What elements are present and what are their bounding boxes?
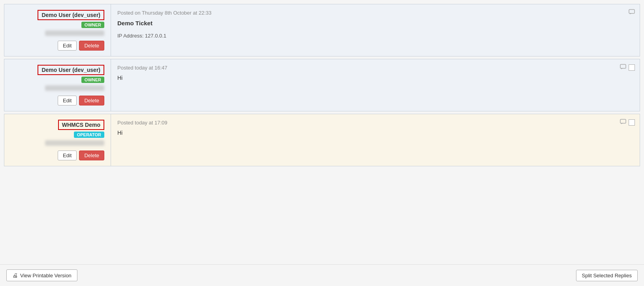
left-panel-row-2: Demo User (dev_user)OWNEREditDelete xyxy=(4,59,111,111)
avatar-blur-row-1 xyxy=(45,30,104,36)
select-checkbox-row-2[interactable] xyxy=(629,64,635,71)
post-body-row-3: Hi xyxy=(117,130,633,136)
main-content: Demo User (dev_user)OWNEREditDeletePoste… xyxy=(0,0,644,264)
select-checkbox-row-3[interactable] xyxy=(629,119,635,126)
edit-button-row-3[interactable]: Edit xyxy=(58,151,77,160)
split-button[interactable]: Split Selected Replies xyxy=(576,270,638,281)
left-panel-row-1: Demo User (dev_user)OWNEREditDelete xyxy=(4,4,111,56)
badge-row-1: OWNER xyxy=(81,22,104,28)
badge-row-3: OPERATOR xyxy=(74,132,104,138)
edit-button-row-2[interactable]: Edit xyxy=(58,96,77,105)
print-label: View Printable Version xyxy=(20,273,72,278)
left-panel-row-3: WHMCS DemoOPERATOREditDelete xyxy=(4,114,111,166)
actions-row-1: EditDelete xyxy=(58,41,104,51)
ticket-row-row-2: Demo User (dev_user)OWNEREditDeletePoste… xyxy=(4,59,640,111)
chat-icon-row-2 xyxy=(620,64,626,71)
actions-row-3: EditDelete xyxy=(58,151,104,160)
print-button[interactable]: 🖨 View Printable Version xyxy=(6,269,77,281)
print-icon: 🖨 xyxy=(12,272,18,278)
top-right-icons-row-1 xyxy=(629,9,635,16)
svg-rect-1 xyxy=(620,64,626,68)
svg-rect-0 xyxy=(629,9,635,13)
delete-button-row-3[interactable]: Delete xyxy=(79,151,104,160)
avatar-blur-row-2 xyxy=(45,85,104,91)
avatar-blur-row-3 xyxy=(45,140,104,146)
delete-button-row-1[interactable]: Delete xyxy=(79,41,104,51)
post-ip-row-1: IP Address: 127.0.0.1 xyxy=(117,33,633,39)
right-panel-row-1: Posted on Thursday 8th October at 22:33D… xyxy=(111,4,640,56)
chat-icon-row-3 xyxy=(620,119,626,126)
svg-rect-2 xyxy=(620,119,626,123)
post-body-row-2: Hi xyxy=(117,75,633,81)
chat-icon-row-1 xyxy=(629,9,635,16)
user-name-row-2: Demo User (dev_user) xyxy=(38,65,104,75)
right-panel-row-3: Posted today at 17:09Hi xyxy=(111,114,640,166)
post-time-row-3: Posted today at 17:09 xyxy=(117,120,633,126)
ticket-row-row-3: WHMCS DemoOPERATOREditDeletePosted today… xyxy=(4,114,640,166)
right-panel-row-2: Posted today at 16:47Hi xyxy=(111,59,640,111)
post-time-row-1: Posted on Thursday 8th October at 22:33 xyxy=(117,10,633,16)
delete-button-row-2[interactable]: Delete xyxy=(79,96,104,105)
actions-row-2: EditDelete xyxy=(58,96,104,105)
badge-row-2: OWNER xyxy=(81,77,104,83)
user-name-row-1: Demo User (dev_user) xyxy=(38,10,104,20)
ticket-row-row-1: Demo User (dev_user)OWNEREditDeletePoste… xyxy=(4,4,640,56)
top-right-icons-row-3 xyxy=(620,119,635,126)
post-title-row-1: Demo Ticket xyxy=(117,20,633,26)
post-time-row-2: Posted today at 16:47 xyxy=(117,65,633,71)
top-right-icons-row-2 xyxy=(620,64,635,71)
footer-bar: 🖨 View Printable Version Split Selected … xyxy=(0,264,644,286)
edit-button-row-1[interactable]: Edit xyxy=(58,41,77,51)
user-name-row-3: WHMCS Demo xyxy=(58,120,104,130)
